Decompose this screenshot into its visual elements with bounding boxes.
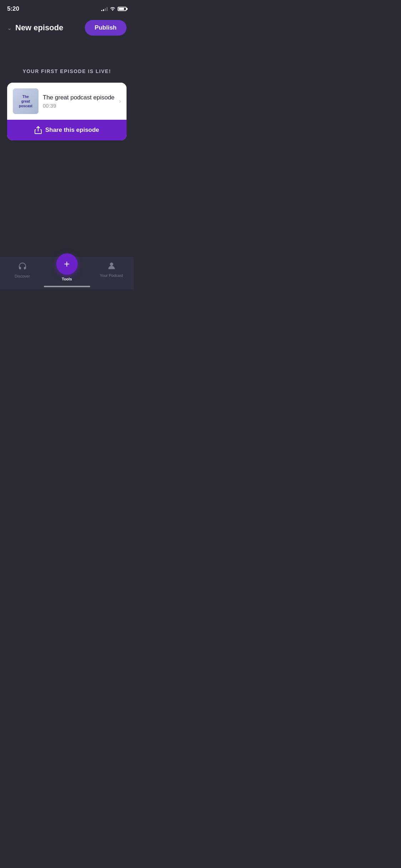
episode-details: The great podcast episode 00:39 bbox=[38, 94, 119, 109]
headphone-icon bbox=[18, 262, 27, 273]
header-left: ⌄ New episode bbox=[7, 23, 63, 32]
tools-tab-label: Tools bbox=[62, 277, 72, 281]
main-content: YOUR FIRST EPISODE IS LIVE! bbox=[0, 40, 134, 148]
share-icon bbox=[35, 126, 42, 134]
signal-bar-3 bbox=[105, 8, 106, 11]
episode-card: The great poscast The great podcast epis… bbox=[7, 83, 127, 140]
signal-icon bbox=[101, 7, 108, 11]
header-title: New episode bbox=[15, 23, 63, 32]
signal-bar-4 bbox=[107, 7, 108, 11]
tab-item-tools[interactable]: + Tools bbox=[45, 262, 89, 281]
tab-item-discover[interactable]: Discover bbox=[0, 262, 45, 278]
status-icons bbox=[101, 6, 127, 12]
status-time: 5:20 bbox=[7, 5, 19, 12]
plus-icon: + bbox=[64, 259, 70, 269]
person-icon bbox=[108, 262, 115, 272]
discover-tab-label: Discover bbox=[15, 274, 30, 278]
battery-fill bbox=[119, 8, 124, 10]
wifi-icon bbox=[110, 6, 115, 12]
status-bar: 5:20 bbox=[0, 0, 134, 16]
tab-item-your-podcast[interactable]: Your Podcast bbox=[89, 262, 134, 278]
thumbnail-text: The great poscast bbox=[19, 94, 32, 108]
episode-title: The great podcast episode bbox=[43, 94, 115, 101]
episode-info[interactable]: The great poscast The great podcast epis… bbox=[7, 83, 127, 120]
share-section[interactable]: Share this episode bbox=[7, 120, 127, 140]
signal-bar-1 bbox=[101, 10, 102, 11]
header: ⌄ New episode Publish bbox=[0, 16, 134, 40]
svg-point-1 bbox=[110, 263, 113, 266]
your-podcast-tab-label: Your Podcast bbox=[100, 273, 123, 278]
chevron-right-icon: › bbox=[119, 98, 121, 104]
home-indicator bbox=[44, 286, 90, 287]
episode-thumbnail: The great poscast bbox=[13, 88, 38, 114]
live-announcement: YOUR FIRST EPISODE IS LIVE! bbox=[22, 68, 111, 74]
tab-bar: Discover + Tools Your Podcast bbox=[0, 257, 134, 289]
share-text: Share this episode bbox=[45, 126, 99, 134]
episode-duration: 00:39 bbox=[43, 103, 115, 109]
battery-icon bbox=[118, 7, 127, 11]
publish-button[interactable]: Publish bbox=[85, 20, 127, 36]
tools-add-button[interactable]: + bbox=[56, 253, 78, 275]
signal-bar-2 bbox=[103, 9, 104, 11]
chevron-down-icon[interactable]: ⌄ bbox=[7, 25, 12, 31]
